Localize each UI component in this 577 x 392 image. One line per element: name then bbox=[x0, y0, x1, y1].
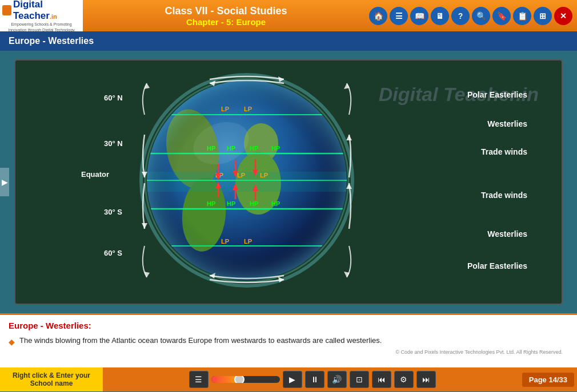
settings-btn[interactable]: ⚙ bbox=[394, 371, 414, 388]
diagram-container: Digital Teacher.in 60° N 30° N Equator 3… bbox=[14, 59, 563, 305]
school-label[interactable]: Right click & Enter your School name bbox=[0, 367, 103, 391]
info-heading: Europe - Westerlies: bbox=[9, 321, 568, 330]
logo-tagline1: Empowering Schools & Promoting bbox=[11, 22, 71, 27]
progress-handle[interactable] bbox=[234, 376, 245, 383]
copy-icon[interactable]: 📋 bbox=[513, 7, 531, 25]
copyright: © Code and Pixels Interactive Technologi… bbox=[9, 348, 568, 355]
wind-westerlies-n: Westerlies bbox=[487, 119, 527, 128]
menu-btn[interactable]: ☰ bbox=[189, 371, 209, 388]
section-title: Europe - Westerlies bbox=[9, 36, 94, 46]
logo-text: Digital Teacher.in bbox=[13, 0, 81, 22]
footer: Right click & Enter your School name ☰ ▶… bbox=[0, 367, 577, 391]
side-nav-arrow[interactable]: ▶ bbox=[0, 168, 9, 196]
next-btn[interactable]: ⏭ bbox=[416, 371, 436, 388]
info-item: ◆ The winds blowing from the Atlantic oc… bbox=[9, 335, 568, 348]
lat-equator: Equator bbox=[81, 170, 109, 179]
main-content: ▶ Digital Teacher.in 60° N 30° N Equator… bbox=[0, 51, 577, 313]
volume-btn[interactable]: 🔊 bbox=[327, 371, 347, 388]
bullet-diamond: ◆ bbox=[9, 336, 15, 348]
page-indicator: Page 14/33 bbox=[522, 373, 574, 387]
display-btn[interactable]: ⊡ bbox=[350, 371, 369, 388]
bookmark-icon[interactable]: 🔖 bbox=[492, 7, 511, 25]
wind-polar-easterlies-n: Polar Easterlies bbox=[467, 90, 527, 99]
wind-trade-n: Trade winds bbox=[481, 147, 527, 156]
header-icons: 🏠 ☰ 📖 🖥 ? 🔍 🔖 📋 ⊞ ✕ bbox=[369, 7, 577, 25]
logo-area: Digital Teacher.in Empowering Schools & … bbox=[0, 0, 83, 31]
class-title: Class VII - Social Studies bbox=[83, 5, 369, 17]
lat-30s: 30° S bbox=[104, 208, 122, 216]
footer-controls: ☰ ▶ ⏸ 🔊 ⊡ ⏮ ⚙ ⏭ bbox=[103, 371, 522, 388]
wind-westerlies-s: Westerlies bbox=[487, 229, 527, 239]
list-icon[interactable]: ☰ bbox=[390, 7, 408, 25]
book-icon[interactable]: 📖 bbox=[410, 7, 428, 25]
lat-60n: 60° N bbox=[104, 94, 123, 102]
progress-bar[interactable] bbox=[211, 376, 280, 383]
section-bar: Europe - Westerlies bbox=[0, 31, 577, 51]
svg-marker-46 bbox=[142, 223, 147, 229]
prev-btn[interactable]: ⏮ bbox=[372, 371, 391, 388]
lat-60s: 60° S bbox=[104, 249, 122, 257]
close-icon[interactable]: ✕ bbox=[554, 7, 572, 25]
wind-polar-easterlies-s: Polar Easterlies bbox=[467, 261, 527, 270]
play-btn[interactable]: ▶ bbox=[283, 371, 302, 388]
globe-svg: LP LP HP HP HP HP LP LP LP HP HP HP HP L… bbox=[135, 69, 358, 292]
lat-30n: 30° N bbox=[104, 139, 123, 148]
screen-icon[interactable]: 🖥 bbox=[431, 7, 449, 25]
info-section: Europe - Westerlies: ◆ The winds blowing… bbox=[0, 313, 577, 367]
wind-trade-s: Trade winds bbox=[481, 191, 527, 200]
home-icon[interactable]: 🏠 bbox=[369, 7, 387, 25]
chapter-title: Chapter - 5: Europe bbox=[83, 17, 369, 27]
pause-btn[interactable]: ⏸ bbox=[305, 371, 324, 388]
logo-tagline2: Innovation through Digital Technology bbox=[8, 27, 75, 33]
globe-area: LP LP HP HP HP HP LP LP LP HP HP HP HP L… bbox=[135, 69, 358, 292]
svg-point-53 bbox=[147, 80, 347, 280]
grid-icon[interactable]: ⊞ bbox=[534, 7, 552, 25]
search-icon[interactable]: 🔍 bbox=[472, 7, 490, 25]
logo-icon bbox=[2, 5, 11, 15]
header: Digital Teacher.in Empowering Schools & … bbox=[0, 0, 577, 31]
svg-marker-47 bbox=[346, 135, 352, 140]
info-text: The winds blowing from the Atlantic ocea… bbox=[19, 335, 382, 346]
header-center: Class VII - Social Studies Chapter - 5: … bbox=[83, 5, 369, 27]
help-icon[interactable]: ? bbox=[451, 7, 470, 25]
